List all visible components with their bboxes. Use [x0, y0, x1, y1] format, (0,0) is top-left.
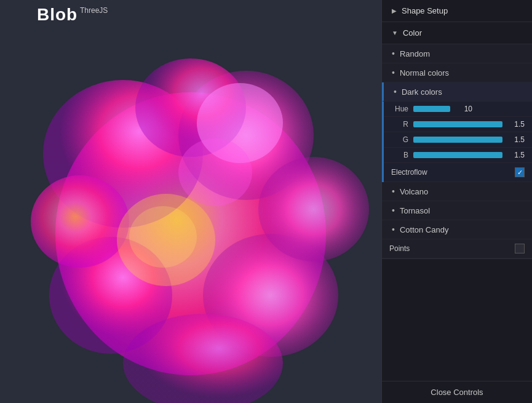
menu-item-cotton-candy[interactable]: • Cotton Candy: [382, 220, 532, 239]
b-slider-track[interactable]: [413, 152, 502, 158]
app-subtitle: ThreeJS: [80, 6, 108, 15]
random-label: Random: [400, 49, 430, 58]
menu-item-normal-colors[interactable]: • Normal colors: [382, 63, 532, 82]
menu-item-tornasol[interactable]: • Tornasol: [382, 201, 532, 220]
points-checkbox[interactable]: [515, 244, 525, 253]
b-label: B: [391, 151, 408, 159]
svg-point-7: [31, 175, 129, 268]
color-label: Color: [403, 28, 422, 38]
cotton-candy-label: Cotton Candy: [400, 225, 449, 234]
shape-setup-header[interactable]: ▶ Shape Setup: [382, 0, 532, 22]
electroflow-checkbox[interactable]: ✓: [515, 167, 525, 177]
svg-point-10: [129, 206, 197, 268]
g-label: G: [391, 135, 408, 144]
r-slider-track[interactable]: [413, 121, 502, 127]
points-label: Points: [389, 244, 515, 253]
dark-colors-bullet: •: [394, 87, 397, 97]
r-value: 1.5: [507, 120, 525, 129]
g-slider-track[interactable]: [413, 137, 502, 143]
close-controls-button[interactable]: Close Controls: [382, 381, 532, 403]
right-panel: ▶ Shape Setup ▼ Color • Random • Normal …: [381, 0, 532, 403]
normal-colors-bullet: •: [392, 68, 395, 78]
b-slider-row: B 1.5: [384, 148, 532, 163]
shape-setup-arrow: ▶: [392, 7, 397, 14]
blob-canvas: [0, 0, 381, 403]
g-slider-row: G 1.5: [384, 132, 532, 148]
svg-point-12: [178, 138, 252, 206]
g-value: 1.5: [507, 135, 525, 144]
menu-item-dark-colors[interactable]: • Dark colors: [382, 82, 532, 102]
close-controls-label: Close Controls: [431, 388, 483, 397]
menu-item-random[interactable]: • Random: [382, 44, 532, 63]
hue-slider-row: Hue 10: [384, 102, 532, 117]
electroflow-check: ✓: [517, 169, 523, 177]
color-arrow: ▼: [392, 30, 398, 36]
canvas-area: Blob ThreeJS: [0, 0, 381, 403]
volcano-bullet: •: [392, 186, 395, 196]
dark-colors-label: Dark colors: [402, 87, 442, 97]
random-bullet: •: [392, 49, 395, 58]
color-section-content: • Random • Normal colors • Dark colors H…: [382, 44, 532, 259]
normal-colors-label: Normal colors: [400, 68, 449, 78]
r-slider-row: R 1.5: [384, 117, 532, 132]
hue-value: 10: [455, 105, 472, 113]
shape-setup-label: Shape Setup: [402, 6, 448, 15]
b-value: 1.5: [507, 151, 525, 159]
tornasol-bullet: •: [392, 205, 395, 215]
app-title: Blob: [37, 5, 77, 25]
svg-point-6: [258, 157, 369, 261]
electroflow-label: Electroflow: [391, 168, 515, 177]
hue-slider-track[interactable]: [413, 106, 450, 112]
color-header[interactable]: ▼ Color: [382, 22, 532, 44]
menu-item-volcano[interactable]: • Volcano: [382, 182, 532, 201]
dark-colors-sub-panel: Hue 10 R 1.5 G 1.5 B 1.5: [382, 102, 532, 182]
hue-label: Hue: [391, 105, 408, 113]
volcano-label: Volcano: [400, 187, 428, 196]
electroflow-row: Electroflow ✓: [384, 163, 532, 182]
r-label: R: [391, 120, 408, 129]
cotton-candy-bullet: •: [392, 225, 395, 234]
points-row: Points: [382, 239, 532, 258]
tornasol-label: Tornasol: [400, 206, 430, 215]
